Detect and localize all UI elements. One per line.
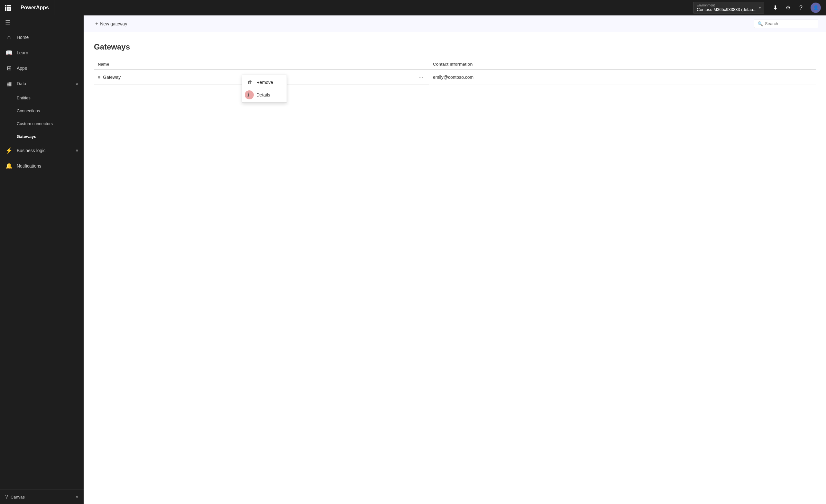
sidebar-item-gateways-label: Gateways (17, 134, 36, 139)
environment-selector-area: Environment Contoso M365x933833 (defau..… (54, 2, 767, 13)
app-name: PowerApps (20, 5, 49, 11)
sidebar-item-learn-label: Learn (17, 50, 28, 55)
home-icon: ⌂ (5, 34, 13, 41)
context-menu: 🗑 Remove ℹ Details (242, 75, 287, 103)
remove-icon: 🗑 (247, 79, 253, 85)
page-title: Gateways (94, 43, 816, 52)
notifications-icon: 🔔 (5, 163, 13, 170)
sidebar-toggle-button[interactable]: ☰ (0, 15, 83, 29)
learn-icon: 📖 (5, 49, 13, 56)
canvas-selector[interactable]: ? Canvas ∨ (0, 490, 83, 504)
apps-icon: ⊞ (5, 65, 13, 72)
search-box[interactable]: 🔍 (754, 20, 818, 28)
canvas-chevron-icon: ∨ (75, 495, 78, 499)
sidebar-item-business-logic-label: Business logic (17, 148, 46, 153)
sidebar-item-connections[interactable]: Connections (0, 104, 83, 117)
topbar: PowerApps Environment Contoso M365x93383… (0, 0, 826, 15)
sidebar-item-entities[interactable]: Entities (0, 91, 83, 104)
col-contact: Contact information (429, 59, 816, 69)
page-content: Gateways Name Contact information G (83, 32, 826, 504)
sidebar-item-apps[interactable]: ⊞ Apps (0, 60, 83, 76)
data-icon: ▦ (5, 80, 13, 87)
context-menu-remove[interactable]: 🗑 Remove (242, 76, 287, 88)
business-logic-chevron-icon: ∨ (75, 148, 78, 153)
table-wrapper: Name Contact information Gateway ··· emi… (94, 59, 816, 85)
context-menu-details[interactable]: ℹ Details (242, 88, 287, 101)
help-circle-icon: ? (5, 494, 8, 500)
topbar-icons: ⬇ ⚙ ? 👤 (767, 2, 826, 13)
sidebar-item-gateways[interactable]: Gateways (0, 130, 83, 143)
env-info: Environment Contoso M365x933833 (defau..… (697, 4, 757, 12)
sidebar-item-entities-label: Entities (17, 96, 31, 100)
col-name: Name (94, 59, 429, 69)
settings-button[interactable]: ⚙ (782, 2, 794, 13)
sidebar-item-home[interactable]: ⌂ Home (0, 29, 83, 45)
help-button[interactable]: ? (795, 2, 807, 13)
row-options-button[interactable]: ··· (417, 73, 425, 81)
new-gateway-label: New gateway (100, 21, 127, 26)
sidebar-item-business-logic[interactable]: ⚡ Business logic ∨ (0, 143, 83, 158)
main-content: + New gateway 🔍 Gateways Name Contact in… (83, 15, 826, 504)
sidebar-item-apps-label: Apps (17, 66, 27, 71)
gateway-name: Gateway (103, 75, 121, 80)
business-logic-icon: ⚡ (5, 147, 13, 154)
search-icon: 🔍 (758, 21, 763, 26)
gateway-contact: emily@contoso.com (429, 69, 816, 84)
plus-icon: + (95, 21, 98, 27)
table-row: Gateway ··· emily@contoso.com (94, 69, 816, 84)
sidebar-bottom: ? Canvas ∨ (0, 490, 83, 504)
sidebar: ☰ ⌂ Home 📖 Learn ⊞ Apps ▦ Data ∧ Entitie… (0, 15, 83, 504)
waffle-button[interactable] (0, 0, 15, 15)
sidebar-item-home-label: Home (17, 35, 28, 40)
sidebar-item-notifications-label: Notifications (17, 164, 41, 169)
sidebar-item-custom-connectors-label: Custom connectors (17, 121, 53, 126)
search-input[interactable] (765, 21, 815, 26)
new-gateway-button[interactable]: + New gateway (91, 19, 131, 28)
sidebar-item-data[interactable]: ▦ Data ∧ (0, 76, 83, 91)
sidebar-item-connections-label: Connections (17, 108, 40, 113)
app-body: ☰ ⌂ Home 📖 Learn ⊞ Apps ▦ Data ∧ Entitie… (0, 15, 826, 504)
environment-dropdown[interactable]: Environment Contoso M365x933833 (defau..… (693, 2, 764, 13)
brand: PowerApps (15, 0, 54, 15)
sidebar-item-custom-connectors[interactable]: Custom connectors (0, 117, 83, 130)
gateway-status-dot (98, 76, 100, 78)
env-label: Environment (697, 4, 757, 7)
context-menu-details-label: Details (256, 92, 270, 98)
details-icon: ℹ (247, 92, 253, 98)
chevron-down-icon: ▾ (759, 6, 761, 10)
sidebar-item-notifications[interactable]: 🔔 Notifications (0, 158, 83, 174)
sidebar-item-data-label: Data (17, 81, 26, 86)
env-name: Contoso M365x933833 (defau... (697, 7, 757, 12)
toolbar: + New gateway 🔍 (83, 15, 826, 32)
user-avatar[interactable]: 👤 (811, 3, 821, 13)
sidebar-item-learn[interactable]: 📖 Learn (0, 45, 83, 60)
gateways-table: Name Contact information Gateway ··· emi… (94, 59, 816, 85)
data-chevron-icon: ∧ (75, 81, 78, 86)
canvas-label: Canvas (11, 495, 25, 500)
waffle-icon (5, 5, 11, 11)
download-button[interactable]: ⬇ (769, 2, 781, 13)
context-menu-remove-label: Remove (256, 80, 273, 85)
